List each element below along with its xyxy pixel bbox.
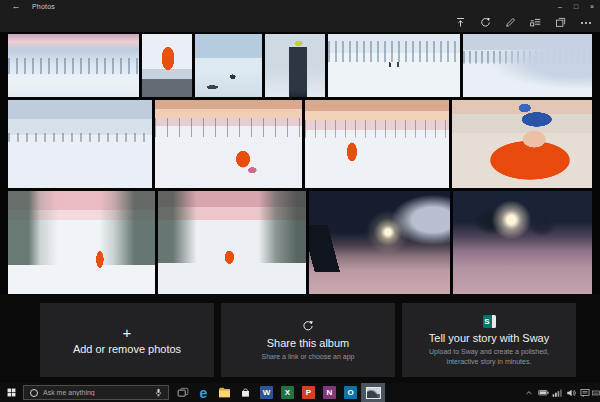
photo-thumbnail[interactable]	[142, 34, 193, 97]
file-explorer-button[interactable]	[214, 383, 235, 402]
action-center-button[interactable]	[578, 383, 592, 402]
command-bar	[0, 13, 600, 32]
sway-logo-icon: S	[483, 315, 496, 328]
battery-status[interactable]	[536, 383, 550, 402]
task-view-icon	[177, 387, 189, 399]
upload-icon	[455, 17, 466, 28]
grid-row	[8, 34, 592, 97]
network-signal-icon	[552, 388, 562, 398]
network-status[interactable]	[550, 383, 564, 402]
photo-thumbnail[interactable]	[195, 34, 261, 97]
action-center-icon	[580, 388, 590, 398]
outlook-icon: O	[344, 386, 357, 399]
store-bag-icon	[240, 387, 251, 398]
search-input[interactable]	[43, 387, 154, 399]
app-title: Photos	[32, 3, 55, 10]
edit-button[interactable]	[498, 13, 523, 32]
windows-logo-icon	[7, 388, 16, 397]
excel-button[interactable]: X	[277, 383, 298, 402]
edge-icon: e	[200, 385, 208, 401]
save-a-copy-icon	[555, 17, 566, 28]
onenote-icon: N	[323, 386, 336, 399]
add-to-album-icon	[530, 17, 541, 28]
start-button[interactable]	[0, 383, 23, 402]
title-bar: ← Photos – □ ×	[0, 0, 600, 13]
photo-thumbnail[interactable]	[8, 34, 139, 97]
word-button[interactable]: W	[256, 383, 277, 402]
back-arrow-icon: ←	[12, 1, 21, 11]
volume-button[interactable]	[564, 383, 578, 402]
sway-sublabel: Upload to Sway and create a polished, in…	[413, 347, 565, 365]
photo-thumbnail[interactable]	[453, 191, 592, 294]
photo-thumbnail[interactable]	[8, 191, 155, 294]
sway-story-button[interactable]: S Tell your story with Sway Upload to Sw…	[402, 303, 576, 377]
maximize-button[interactable]: □	[568, 0, 584, 13]
photos-app-button-active[interactable]	[361, 383, 385, 402]
taskbar: e W X P N O	[0, 383, 600, 402]
share-icon	[480, 17, 491, 28]
chevron-up-icon	[525, 389, 533, 397]
mic-button[interactable]	[154, 387, 163, 398]
powerpoint-icon: P	[302, 386, 315, 399]
tray-expand-button[interactable]	[522, 383, 536, 402]
store-button[interactable]	[235, 383, 256, 402]
touch-keyboard-button[interactable]	[592, 383, 600, 402]
photo-thumbnail[interactable]	[158, 191, 307, 294]
close-button[interactable]: ×	[584, 0, 600, 13]
photo-thumbnail[interactable]	[155, 100, 302, 188]
see-more-icon	[585, 22, 587, 24]
word-icon: W	[260, 386, 273, 399]
photos-app-thumbnail-icon	[366, 387, 381, 399]
grid-row	[8, 191, 592, 294]
album-actions: + Add or remove photos Share this album …	[0, 294, 600, 383]
minimize-button[interactable]: –	[552, 0, 568, 13]
onenote-button[interactable]: N	[319, 383, 340, 402]
photo-thumbnail[interactable]	[463, 34, 592, 97]
photo-thumbnail[interactable]	[265, 34, 325, 97]
cortana-icon	[30, 389, 38, 397]
share-icon	[302, 320, 314, 332]
plus-icon: +	[123, 326, 132, 340]
back-button[interactable]: ←	[0, 0, 32, 13]
share-button[interactable]	[473, 13, 498, 32]
battery-icon	[538, 387, 549, 398]
microphone-icon	[154, 387, 163, 398]
powerpoint-button[interactable]: P	[298, 383, 319, 402]
photo-thumbnail[interactable]	[452, 100, 592, 188]
photo-thumbnail[interactable]	[328, 34, 460, 97]
save-a-copy-button[interactable]	[548, 13, 573, 32]
add-photos-label: Add or remove photos	[73, 343, 181, 355]
speaker-icon	[566, 388, 576, 398]
edge-button[interactable]: e	[193, 383, 214, 402]
upload-button[interactable]	[448, 13, 473, 32]
system-tray	[522, 383, 600, 402]
task-view-button[interactable]	[172, 383, 193, 402]
cortana-search-box[interactable]	[23, 385, 169, 400]
excel-icon: X	[281, 386, 294, 399]
keyboard-icon	[592, 387, 600, 399]
sway-label: Tell your story with Sway	[429, 332, 549, 344]
folder-icon	[218, 387, 231, 398]
edit-pencil-icon	[505, 17, 516, 28]
window-controls: – □ ×	[552, 0, 600, 13]
photo-thumbnail[interactable]	[305, 100, 450, 188]
add-to-album-button[interactable]	[523, 13, 548, 32]
photos-app-window: ← Photos – □ ×	[0, 0, 600, 383]
grid-row	[8, 100, 592, 188]
share-album-button[interactable]: Share this album Share a link or choose …	[221, 303, 395, 377]
photo-grid	[0, 32, 600, 294]
share-album-sublabel: Share a link or choose an app	[261, 352, 354, 361]
outlook-button[interactable]: O	[340, 383, 361, 402]
see-more-button[interactable]	[573, 13, 598, 32]
photo-thumbnail[interactable]	[309, 191, 450, 294]
share-album-label: Share this album	[267, 337, 350, 349]
photo-thumbnail[interactable]	[8, 100, 152, 188]
add-or-remove-photos-button[interactable]: + Add or remove photos	[40, 303, 214, 377]
